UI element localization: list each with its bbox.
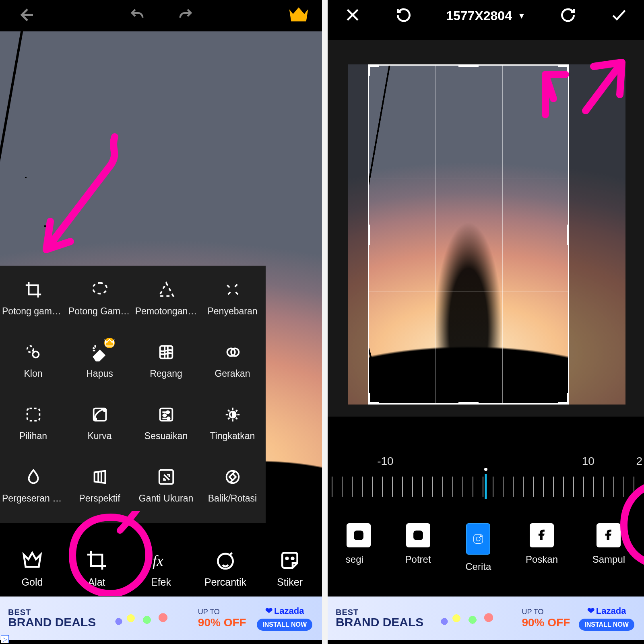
dimensions-dropdown[interactable]: 1577X2804 <box>446 8 526 23</box>
fx-icon: fx <box>150 549 172 572</box>
tool-enhance[interactable]: Tingkatkan <box>199 398 266 461</box>
straighten-ruler[interactable]: -10 0 10 2 <box>328 455 644 507</box>
ruler-indicator[interactable] <box>485 474 487 499</box>
tool-adjust[interactable]: Sesuaikan <box>133 398 199 461</box>
reset-icon[interactable] <box>395 6 413 25</box>
image-crop-area <box>368 64 569 405</box>
tab-stiker[interactable]: Stiker <box>258 549 322 588</box>
clone-icon <box>24 342 43 363</box>
premium-crown-icon[interactable] <box>287 6 310 25</box>
svg-point-28 <box>476 537 480 541</box>
install-button[interactable]: INSTALL NOW <box>257 619 312 631</box>
ratio-sampul[interactable]: Sampul <box>592 523 625 565</box>
tool-cutout[interactable]: Pemotongan… <box>133 274 199 336</box>
tool-selection[interactable]: Pilihan <box>0 398 66 461</box>
crop-canvas[interactable] <box>328 40 644 417</box>
enhance-icon <box>223 404 242 425</box>
tool-flip-rotate[interactable]: Balik/Rotasi <box>199 461 266 523</box>
install-button[interactable]: INSTALL NOW <box>579 619 634 631</box>
tab-alat[interactable]: Alat <box>64 549 129 588</box>
screen-editor-tools: Potong gambar Potong Gamb… Pemotongan… P… <box>0 0 322 644</box>
perspective-icon <box>91 466 109 487</box>
screen-crop: 1577X2804 -10 0 10 2 <box>328 0 644 644</box>
tool-motion[interactable]: Gerakan <box>199 336 266 398</box>
svg-rect-2 <box>160 346 172 359</box>
tool-clone[interactable]: Klon <box>0 336 66 398</box>
crop-icon <box>24 279 43 300</box>
crop-icon <box>85 549 108 572</box>
ad-banner[interactable]: BEST BRAND DEALS UP TO 90% OFF ❤ Lazada … <box>328 597 644 640</box>
rotate-icon[interactable] <box>559 6 577 25</box>
crop-frame[interactable] <box>368 64 569 405</box>
redo-icon[interactable] <box>178 7 194 25</box>
ratio-cerita[interactable]: Cerita <box>465 523 491 572</box>
facebook-icon <box>530 523 554 547</box>
tool-crop[interactable]: Potong gambar <box>0 274 66 336</box>
top-bar <box>0 0 322 31</box>
svg-point-12 <box>167 417 169 420</box>
bottom-nav: Gold Alat fx Efek Percantik Stiker <box>0 540 322 597</box>
adchoices-icon[interactable]: ▷ <box>1 635 9 643</box>
motion-icon <box>223 342 242 363</box>
svg-point-25 <box>416 533 420 537</box>
facebook-icon <box>597 523 621 547</box>
lazada-heart-icon: ❤ Lazada <box>265 606 304 616</box>
ad-products-icon <box>107 602 187 634</box>
selection-icon <box>24 404 43 425</box>
tool-perspective[interactable]: Perspektif <box>66 461 133 523</box>
svg-point-22 <box>357 533 361 537</box>
ratio-potret[interactable]: Potret <box>405 523 431 565</box>
flip-rotate-icon <box>223 466 242 487</box>
sticker-icon <box>279 549 301 572</box>
tool-shape-crop[interactable]: Potong Gamb… <box>66 274 133 336</box>
tool-hue[interactable]: Pergeseran M… <box>0 461 66 523</box>
svg-rect-5 <box>27 409 39 421</box>
sliders-icon <box>157 404 175 425</box>
tool-remove[interactable]: Hapus <box>66 336 133 398</box>
instagram-icon <box>347 523 371 547</box>
svg-text:fx: fx <box>153 553 163 569</box>
svg-point-7 <box>94 418 96 421</box>
undo-icon[interactable] <box>129 7 145 25</box>
curves-icon <box>91 404 109 425</box>
eraser-magic-icon <box>91 342 109 363</box>
ratio-poskan[interactable]: Poskan <box>526 523 558 565</box>
tool-stretch[interactable]: Regang <box>133 336 199 398</box>
close-icon[interactable] <box>344 6 361 25</box>
svg-point-10 <box>166 411 169 413</box>
tab-efek[interactable]: fx Efek <box>129 549 193 588</box>
ad-products-icon <box>432 602 513 634</box>
svg-point-29 <box>481 536 482 537</box>
lasso-icon <box>91 279 109 300</box>
face-icon <box>214 549 237 572</box>
svg-rect-16 <box>229 474 235 480</box>
ad-banner[interactable]: BEST BRAND DEALS UP TO 90% OFF ❤ Lazada … <box>0 597 322 640</box>
tool-dispersion[interactable]: Penyebaran <box>199 274 266 336</box>
svg-point-20 <box>292 557 294 559</box>
ratio-segi[interactable]: segi <box>347 523 371 565</box>
drop-icon <box>24 466 43 487</box>
svg-point-0 <box>27 346 33 352</box>
tools-panel: Potong gambar Potong Gamb… Pemotongan… P… <box>0 266 266 523</box>
confirm-icon[interactable] <box>610 6 628 25</box>
tool-resize[interactable]: Ganti Ukuran <box>133 461 199 523</box>
instagram-icon <box>406 523 430 547</box>
tab-percantik[interactable]: Percantik <box>193 549 258 588</box>
instagram-icon <box>466 523 490 555</box>
triangle-dashed-icon <box>157 279 175 300</box>
crop-top-bar: 1577X2804 <box>328 0 644 31</box>
aspect-ratio-bar: segi Potret Cerita Poskan Sampul <box>328 523 644 572</box>
lazada-heart-icon: ❤ Lazada <box>587 606 626 616</box>
svg-point-19 <box>286 557 288 559</box>
ruler-ticks <box>332 477 640 497</box>
mesh-icon <box>157 342 175 363</box>
crown-outline-icon <box>21 549 43 572</box>
tool-curves[interactable]: Kurva <box>66 398 133 461</box>
back-icon[interactable] <box>16 5 35 26</box>
svg-point-23 <box>361 532 362 533</box>
tab-gold[interactable]: Gold <box>0 549 64 588</box>
svg-point-8 <box>103 409 105 411</box>
resize-icon <box>157 466 175 487</box>
svg-point-26 <box>420 532 421 533</box>
scatter-icon <box>223 279 242 300</box>
